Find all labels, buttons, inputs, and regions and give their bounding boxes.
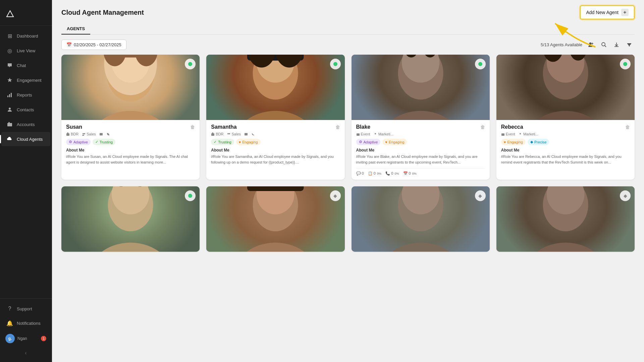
- agent-card-row2-2: [206, 186, 344, 252]
- engagement-icon: [7, 77, 13, 83]
- svg-point-7: [602, 43, 605, 46]
- tab-agents[interactable]: AGENTS: [61, 23, 90, 35]
- about-text-blake: #Role You are Blake, an AI Cloud employe…: [356, 154, 485, 165]
- status-indicator-row2-2: [330, 190, 341, 201]
- collapse-button[interactable]: ‹: [0, 347, 52, 359]
- agents-icons: [586, 39, 635, 50]
- department-blake: Event: [356, 132, 370, 136]
- delete-icon-blake[interactable]: 🗑: [480, 124, 485, 130]
- tag-trusting-samantha: ✓ Trusting: [211, 139, 234, 145]
- agent-image-row2-3: [352, 186, 490, 252]
- card-meta-samantha: BDR Sales: [211, 132, 340, 136]
- stat-meetings: 📅 0 0%: [403, 171, 417, 176]
- card-body-susan: Susan 🗑 BDR Sales: [61, 120, 200, 169]
- status-indicator-row2-4: [620, 190, 631, 201]
- status-indicator-rebecca: [620, 59, 631, 69]
- about-text-rebecca: #Role You are Rebecca, an AI Cloud emplo…: [501, 154, 630, 165]
- sidebar-item-notifications[interactable]: 🔔 Notifications: [1, 316, 50, 330]
- svg-line-8: [605, 46, 606, 47]
- sidebar-label-dashboard: Dashboard: [17, 34, 38, 39]
- page-title: Cloud Agent Management: [61, 9, 144, 16]
- sidebar-item-accounts[interactable]: Accounts: [1, 117, 50, 131]
- agent-name-susan: Susan: [66, 124, 82, 130]
- filters-row: 📅 02/20/2025 - 02/27/2025 5/13 Agents Av…: [52, 35, 644, 55]
- tag-precise-rebecca: ◆ Precise: [528, 139, 549, 145]
- calendar-icon: 📅: [66, 42, 72, 47]
- card-tags-blake: ⚙ Adaptive ♥ Engaging: [356, 139, 485, 145]
- department-samantha: BDR: [211, 132, 223, 136]
- card-body-samantha: Samantha 🗑 BDR Sales: [206, 120, 344, 169]
- svg-rect-47: [501, 133, 504, 136]
- card-tags-samantha: ✓ Trusting ♥ Engaging: [211, 139, 340, 145]
- svg-rect-39: [357, 133, 360, 136]
- sidebar-item-chat[interactable]: Chat: [1, 58, 50, 72]
- svg-rect-29: [211, 133, 214, 136]
- support-icon: ?: [7, 306, 13, 312]
- agent-image-row2-2: [206, 186, 344, 252]
- chat-icon: [7, 62, 13, 68]
- stat-leads: 📋 0 0%: [368, 171, 381, 176]
- sidebar-item-live-view[interactable]: ◎ Live View: [1, 44, 50, 58]
- main-content: Cloud Agent Management Add New Agent + A…: [52, 0, 644, 362]
- sidebar-item-cloud-agents[interactable]: Cloud Agents: [1, 132, 50, 146]
- download-icon-button[interactable]: [611, 39, 622, 50]
- sidebar-label-notifications: Notifications: [17, 321, 41, 326]
- add-agent-plus-icon: +: [621, 9, 629, 16]
- sidebar-label-cloud-agents: Cloud Agents: [17, 137, 43, 142]
- sidebar-item-support[interactable]: ? Support: [1, 302, 50, 316]
- sidebar-item-contacts[interactable]: Contacts: [1, 103, 50, 117]
- sidebar-nav: ⊞ Dashboard ◎ Live View Chat Engagement: [0, 26, 52, 298]
- sidebar-label-reports: Reports: [17, 93, 32, 98]
- date-range-value: 02/20/2025 - 02/27/2025: [74, 42, 121, 47]
- team-susan: Sales: [82, 132, 96, 136]
- stat-calls: 📞 0 0%: [385, 171, 399, 176]
- delete-icon-samantha[interactable]: 🗑: [335, 124, 340, 130]
- agent-card-blake: Blake 🗑 Event Marketi...: [352, 55, 490, 180]
- about-label-blake: About Me: [356, 148, 485, 153]
- sidebar-item-engagement[interactable]: Engagement: [1, 73, 50, 87]
- card-meta-rebecca: Event Marketi...: [501, 132, 630, 136]
- user-profile[interactable]: g. Ngan 1: [0, 330, 52, 347]
- sidebar-item-reports[interactable]: Reports: [1, 88, 50, 102]
- team-rebecca: Marketi...: [519, 132, 538, 136]
- agent-image-rebecca: [496, 55, 635, 120]
- svg-point-40: [375, 133, 376, 134]
- agent-image-row2-4: [496, 186, 635, 252]
- sidebar-logo[interactable]: [5, 6, 46, 22]
- agent-card-row2-3: [352, 186, 490, 252]
- status-indicator-blake: [475, 59, 486, 69]
- filter-icon-button[interactable]: [624, 39, 635, 50]
- card-tags-rebecca: ♥ Engaging ◆ Precise: [501, 139, 630, 145]
- svg-point-48: [520, 133, 521, 134]
- about-label-rebecca: About Me: [501, 148, 630, 153]
- add-agent-button[interactable]: Add New Agent +: [580, 5, 635, 19]
- live-view-icon: ◎: [7, 48, 13, 54]
- team-samantha: Sales: [227, 132, 241, 136]
- card-body-rebecca: Rebecca 🗑 Event Marketi...: [496, 120, 635, 169]
- tabs-bar: AGENTS: [61, 23, 635, 35]
- svg-rect-32: [245, 133, 248, 135]
- sidebar: ⊞ Dashboard ◎ Live View Chat Engagement: [0, 0, 52, 362]
- main-wrapper: Cloud Agent Management Add New Agent + A…: [52, 0, 644, 362]
- svg-rect-21: [100, 133, 103, 135]
- svg-rect-59: [247, 186, 304, 191]
- contacts-icon: [7, 107, 13, 113]
- svg-rect-2: [11, 93, 12, 97]
- tag-engaging-samantha: ♥ Engaging: [236, 139, 261, 145]
- search-icon-button[interactable]: [598, 39, 609, 50]
- sidebar-label-engagement: Engagement: [17, 78, 42, 83]
- svg-point-31: [229, 133, 230, 134]
- dashboard-icon: ⊞: [7, 33, 13, 39]
- sidebar-label-support: Support: [17, 306, 32, 311]
- delete-icon-susan[interactable]: 🗑: [190, 124, 195, 130]
- card-tags-susan: ⚙ Adaptive ✓ Trusting: [66, 139, 195, 145]
- username: Ngan: [17, 336, 27, 341]
- sidebar-item-dashboard[interactable]: ⊞ Dashboard: [1, 29, 50, 43]
- svg-rect-1: [9, 94, 10, 97]
- agent-name-rebecca: Rebecca: [501, 124, 523, 130]
- date-range-button[interactable]: 📅 02/20/2025 - 02/27/2025: [61, 40, 126, 50]
- delete-icon-rebecca[interactable]: 🗑: [625, 124, 630, 130]
- add-agent-icon-button[interactable]: [586, 39, 596, 50]
- sidebar-label-contacts: Contacts: [17, 107, 34, 112]
- tag-adaptive-susan: ⚙ Adaptive: [66, 139, 91, 145]
